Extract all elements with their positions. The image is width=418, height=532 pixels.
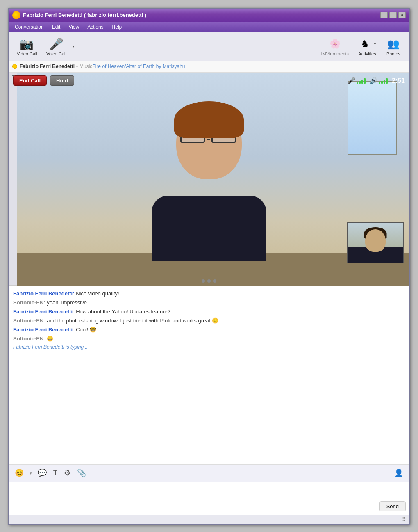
- signal-bar-6: [381, 81, 383, 84]
- send-button[interactable]: Send: [379, 501, 406, 511]
- status-separator: -: [76, 64, 78, 69]
- voice-call-dropdown-arrow[interactable]: ▼: [72, 45, 75, 48]
- chat-sender-1: Fabrizio Ferri Benedetti:: [13, 290, 75, 297]
- signal-bar-1: [357, 82, 358, 84]
- video-person: [127, 105, 291, 261]
- signal-bar-5: [379, 82, 380, 84]
- app-icon: [12, 11, 20, 19]
- video-call-button[interactable]: 📷 Video Call: [12, 34, 42, 58]
- resize-grip[interactable]: ⠿: [402, 516, 406, 522]
- signal-bar-3: [361, 80, 363, 84]
- speaker-indicator: 🔊: [370, 77, 388, 84]
- voice-call-button[interactable]: 🎤 Voice Call: [42, 34, 71, 58]
- chat-toolbar: 😊 ▼ 💬 T ⚙ 📎 👤: [9, 465, 409, 482]
- chat-sender-2: Softonic-EN:: [13, 299, 45, 306]
- signal-bar-8: [386, 78, 388, 84]
- video-call-label: Video Call: [17, 51, 37, 56]
- chat-style-button[interactable]: 💬: [36, 468, 48, 478]
- chat-text-5: Cool! 🤓: [76, 327, 96, 333]
- video-controls-right: 🎤 🔊 2: [348, 77, 405, 84]
- voice-call-label: Voice Call: [46, 51, 66, 56]
- activities-icon: ♞: [358, 37, 373, 51]
- settings-button[interactable]: ⚙: [62, 468, 72, 478]
- menu-view[interactable]: View: [64, 23, 83, 31]
- emoticon-button[interactable]: 😊: [13, 468, 25, 478]
- chat-sender-5: Fabrizio Ferri Benedetti:: [13, 327, 75, 333]
- photos-label: Photos: [386, 51, 400, 56]
- typing-indicator: Fabrizio Ferri Benedetti is typing...: [13, 344, 405, 350]
- call-timer: 2:51: [392, 77, 405, 84]
- pip-person-head: [365, 229, 386, 252]
- text-format-button[interactable]: T: [52, 468, 59, 477]
- menu-actions[interactable]: Actions: [83, 23, 107, 31]
- title-bar: Fabrizio Ferri Benedetti ( fabrizio.ferr…: [9, 9, 409, 22]
- chat-tool-right: 👤: [393, 468, 405, 477]
- chat-text-1: Nice video quality!: [76, 290, 119, 297]
- chat-text-6: 😄: [47, 336, 53, 342]
- status-music-label: Music: [80, 64, 92, 69]
- glasses: [180, 138, 238, 141]
- menu-conversation[interactable]: Conversation: [11, 23, 48, 31]
- chat-text-4: and the photo sharing window, I just tri…: [47, 317, 218, 324]
- bottom-bar: ⠿: [9, 515, 409, 524]
- chat-text-3: How about the Yahoo! Updates feature?: [76, 308, 170, 315]
- speaker-signal-bars: [379, 78, 388, 84]
- imvironments-label: IMVironments: [321, 51, 349, 56]
- signal-bar-7: [384, 80, 385, 84]
- person-hair: [174, 101, 244, 138]
- activities-icon-row: ♞ ▼: [358, 37, 377, 51]
- attachment-button[interactable]: 📎: [75, 468, 88, 478]
- activities-dropdown-arrow[interactable]: ▼: [373, 42, 377, 46]
- chat-input[interactable]: [9, 482, 376, 515]
- signal-bar-4: [364, 78, 366, 84]
- chat-area: Fabrizio Ferri Benedetti: Nice video qua…: [9, 286, 409, 515]
- chat-sender-4: Softonic-EN:: [13, 317, 45, 324]
- emoticon-dropdown[interactable]: ▼: [29, 471, 33, 475]
- voice-call-group: 🎤 Voice Call ▼: [42, 34, 75, 58]
- window-controls: _ □ ✕: [380, 12, 406, 18]
- office-window: [348, 81, 397, 155]
- menu-bar: Conversation Edit View Actions Help: [9, 22, 409, 32]
- chat-line-3: Fabrizio Ferri Benedetti: How about the …: [13, 307, 405, 316]
- chat-line-2: Softonic-EN: yeah! impressive: [13, 298, 405, 307]
- pip-person: [348, 223, 403, 263]
- status-dot: [12, 64, 17, 69]
- signal-bar-2: [359, 81, 361, 84]
- imvironments-button[interactable]: 🌸 IMVironments: [316, 34, 353, 58]
- video-call-icon: 📷: [20, 37, 34, 51]
- contact-card-button[interactable]: 👤: [393, 468, 405, 478]
- end-call-button[interactable]: End Call: [13, 75, 47, 86]
- minimize-button[interactable]: _: [380, 12, 388, 18]
- chat-messages[interactable]: Fabrizio Ferri Benedetti: Nice video qua…: [9, 286, 409, 465]
- video-area: End Call Hold 🎤 🔊: [9, 73, 409, 286]
- imvironments-icon: 🌸: [327, 37, 342, 51]
- mic-signal-bars: [357, 78, 366, 84]
- chat-text-2: yeah! impressive: [47, 299, 87, 306]
- video-controls: End Call Hold 🎤 🔊: [9, 73, 409, 89]
- scroll-dots: [202, 279, 216, 283]
- chat-sender-6: Softonic-EN:: [13, 336, 45, 342]
- mic-indicator: 🎤: [348, 77, 366, 84]
- status-bar: Fabrizio Ferri Benedetti - Music Fire of…: [9, 61, 409, 73]
- activities-button[interactable]: ♞ ▼ Activities: [353, 34, 381, 58]
- photos-icon: 👥: [386, 37, 401, 51]
- hold-button[interactable]: Hold: [50, 75, 74, 86]
- chat-line-4: Softonic-EN: and the photo sharing windo…: [13, 316, 405, 325]
- menu-help[interactable]: Help: [108, 23, 126, 31]
- window-title: Fabrizio Ferri Benedetti ( fabrizio.ferr…: [23, 12, 380, 18]
- collapse-arrow[interactable]: ▼: [9, 73, 17, 286]
- activities-label: Activities: [358, 51, 376, 56]
- chat-line-5: Fabrizio Ferri Benedetti: Cool! 🤓: [13, 325, 405, 334]
- toolbar: 📷 Video Call 🎤 Voice Call ▼ 🌸 IMVironmen…: [9, 32, 409, 61]
- video-feed: [9, 73, 409, 286]
- scroll-dot-3: [213, 279, 216, 283]
- maximize-button[interactable]: □: [389, 12, 397, 18]
- photos-button[interactable]: 👥 Photos: [381, 34, 406, 58]
- status-music-text: Fire of Heaven/Altar of Earth by Matisya…: [92, 64, 185, 69]
- chat-line-6: Softonic-EN: 😄: [13, 334, 405, 343]
- chat-sender-3: Fabrizio Ferri Benedetti:: [13, 308, 75, 315]
- chat-line-1: Fabrizio Ferri Benedetti: Nice video qua…: [13, 289, 405, 298]
- menu-edit[interactable]: Edit: [48, 23, 65, 31]
- close-button[interactable]: ✕: [398, 12, 406, 18]
- video-pip: [347, 222, 404, 263]
